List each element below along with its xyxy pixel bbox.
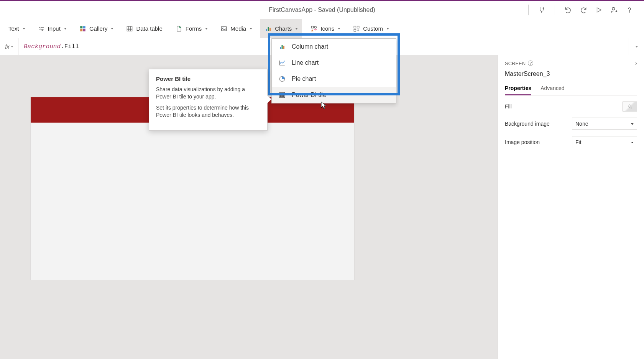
share-icon[interactable] — [606, 2, 622, 18]
svg-rect-24 — [357, 26, 359, 28]
tab-properties[interactable]: Properties — [505, 83, 531, 95]
menu-item-label: Column chart — [292, 43, 328, 50]
chevron-down-icon: ▾ — [296, 27, 297, 30]
menu-item-label: Line chart — [292, 59, 319, 66]
help-icon[interactable]: ? — [528, 61, 533, 66]
svg-point-22 — [314, 26, 316, 28]
menu-item-label: Power BI tile — [292, 92, 326, 98]
svg-point-4 — [40, 27, 41, 28]
svg-rect-20 — [269, 28, 271, 31]
svg-rect-28 — [280, 47, 281, 49]
tooltip-title: Power BI tile — [156, 75, 260, 82]
fx-label[interactable]: fx▾ — [0, 38, 18, 55]
formula-expand[interactable]: ▾ — [629, 38, 644, 55]
chevron-down-icon: ▾ — [387, 27, 389, 30]
ribbon-gallery[interactable]: Gallery ▾ — [75, 19, 118, 38]
ribbon-media[interactable]: Media ▾ — [216, 19, 256, 38]
menu-item-power-bi-tile[interactable]: Power BI tile — [272, 87, 396, 103]
panel-tabs: Properties Advanced — [505, 83, 637, 95]
chevron-down-icon: ▾ — [338, 27, 340, 30]
ribbon-label: Data table — [136, 25, 162, 32]
svg-rect-21 — [312, 26, 314, 28]
panel-header-label: SCREEN — [505, 61, 526, 66]
chevron-down-icon: ▾ — [250, 27, 252, 30]
chevron-down-icon: ▾ — [205, 27, 207, 30]
menu-item-label: Pie chart — [292, 75, 316, 82]
ribbon-forms[interactable]: Forms ▾ — [171, 19, 212, 38]
ribbon-label: Custom — [363, 25, 383, 32]
undo-icon[interactable] — [560, 2, 576, 18]
media-icon — [220, 25, 227, 32]
svg-rect-35 — [281, 95, 281, 97]
svg-rect-10 — [83, 29, 85, 31]
charts-dropdown: Column chart Line chart Pie chart Power … — [271, 38, 396, 103]
svg-point-1 — [612, 7, 615, 10]
ribbon: Text ▾ Input ▾ Gallery ▾ Data table Form… — [0, 19, 644, 38]
chevron-down-icon: ▾ — [23, 27, 25, 30]
line-chart-icon — [279, 59, 286, 66]
chevron-down-icon: ▾ — [111, 27, 113, 30]
tooltip-p1: Share data visualizations by adding a Po… — [156, 86, 260, 100]
chevron-down-icon: ▾ — [11, 45, 13, 48]
table-icon — [126, 25, 133, 32]
svg-point-2 — [629, 11, 630, 12]
ribbon-label: Icons — [320, 25, 334, 32]
svg-marker-0 — [597, 8, 601, 12]
ribbon-label: Text — [8, 25, 19, 32]
help-icon[interactable] — [622, 2, 637, 18]
titlebar: FirstCanvasApp - Saved (Unpublished) — [0, 1, 644, 19]
select-value: None — [575, 121, 588, 127]
svg-rect-16 — [222, 26, 227, 31]
prop-row-fill: Fill — [505, 102, 637, 111]
app-checker-icon[interactable] — [534, 2, 549, 18]
pie-chart-icon — [279, 75, 286, 82]
custom-icon — [353, 25, 360, 32]
tooltip-p2: Set its properties to determine how this… — [156, 104, 260, 119]
ribbon-charts[interactable]: Charts ▾ — [260, 19, 302, 38]
play-icon[interactable] — [591, 2, 606, 18]
panel-expand-icon[interactable]: › — [635, 60, 637, 67]
svg-rect-37 — [283, 93, 284, 97]
menu-item-line-chart[interactable]: Line chart — [272, 55, 396, 71]
chevron-down-icon: ▾ — [64, 27, 66, 30]
ribbon-input[interactable]: Input ▾ — [33, 19, 71, 38]
tooltip-pointer — [267, 95, 271, 103]
tooltip-power-bi: Power BI tile Share data visualizations … — [149, 69, 268, 131]
ribbon-label: Forms — [186, 25, 202, 32]
titlebar-divider — [555, 5, 555, 15]
prop-label: Background image — [505, 121, 550, 127]
panel-header: SCREEN ? › — [505, 60, 637, 67]
chevron-down-icon: ▾ — [631, 140, 634, 144]
svg-rect-11 — [127, 26, 133, 31]
titlebar-divider — [528, 5, 529, 15]
form-icon — [176, 25, 182, 32]
background-image-select[interactable]: None ▾ — [572, 118, 637, 130]
power-bi-icon — [279, 92, 286, 98]
menu-item-column-chart[interactable]: Column chart — [272, 39, 396, 55]
redo-icon[interactable] — [576, 2, 591, 18]
tooltip-body: Share data visualizations by adding a Po… — [156, 86, 260, 119]
formula-expr-suffix: .Fill — [61, 43, 79, 50]
menu-item-pie-chart[interactable]: Pie chart — [272, 71, 396, 87]
ribbon-label: Media — [230, 25, 246, 32]
prop-row-image-position: Image position Fit ▾ — [505, 136, 637, 148]
svg-rect-19 — [268, 27, 269, 31]
fill-swatch[interactable] — [623, 102, 637, 111]
svg-rect-7 — [80, 26, 82, 28]
ribbon-data-table[interactable]: Data table — [122, 19, 167, 38]
ribbon-custom[interactable]: Custom ▾ — [348, 19, 393, 38]
gallery-icon — [79, 25, 86, 32]
image-position-select[interactable]: Fit ▾ — [572, 136, 637, 148]
ribbon-label: Charts — [275, 25, 292, 32]
ribbon-label: Gallery — [89, 25, 108, 32]
ribbon-label: Input — [48, 25, 61, 32]
prop-label: Fill — [505, 103, 512, 110]
svg-point-6 — [41, 29, 43, 30]
svg-rect-30 — [283, 46, 284, 49]
tab-advanced[interactable]: Advanced — [540, 83, 564, 95]
ribbon-text[interactable]: Text ▾ — [4, 19, 30, 38]
properties-panel: SCREEN ? › MasterScreen_3 Properties Adv… — [498, 55, 644, 359]
svg-rect-29 — [282, 45, 283, 49]
svg-rect-23 — [354, 26, 356, 28]
ribbon-icons[interactable]: Icons ▾ — [306, 19, 345, 38]
